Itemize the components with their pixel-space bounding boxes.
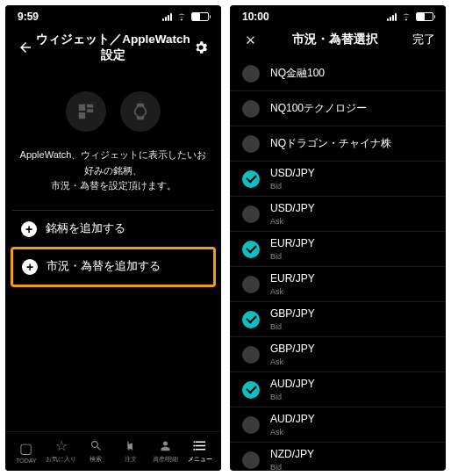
cart-icon	[124, 437, 137, 453]
item-sublabel: Ask	[270, 287, 315, 296]
person-icon	[159, 437, 172, 453]
list-item[interactable]: EUR/JPYAsk	[230, 267, 446, 302]
item-sublabel: Bid	[270, 393, 315, 401]
header: 市況・為替選択 完了	[230, 25, 446, 56]
tab-favorites[interactable]: ☆お気に入り	[44, 437, 79, 464]
item-label: NQ100テクノロジー	[270, 102, 367, 116]
item-sublabel: Bid	[270, 322, 315, 331]
radio-icon	[242, 346, 260, 364]
tab-assets[interactable]: 資産/明細	[148, 437, 183, 464]
list-item[interactable]: AUD/JPYAsk	[230, 407, 446, 443]
icon-row	[12, 91, 214, 132]
radio-icon	[242, 451, 260, 469]
list-item[interactable]: NZD/JPYBid	[230, 443, 446, 471]
item-label: GBP/JPY	[270, 343, 315, 357]
radio-icon	[242, 276, 260, 293]
header-title: 市況・為替選択	[260, 32, 411, 47]
status-bar: 10:00	[230, 5, 446, 25]
item-label: AUD/JPY	[270, 413, 315, 427]
signal-icon	[387, 13, 397, 21]
radio-icon	[242, 65, 260, 83]
signal-icon	[162, 13, 172, 21]
item-label: NZD/JPY	[270, 448, 314, 462]
close-button[interactable]	[240, 33, 260, 47]
list-item[interactable]: GBP/JPYBid	[230, 302, 446, 337]
widget-circle[interactable]	[66, 91, 106, 132]
status-time: 9:59	[18, 11, 39, 23]
tab-menu[interactable]: メニュー	[183, 437, 218, 464]
item-sublabel: Ask	[270, 357, 315, 366]
check-icon	[242, 311, 260, 328]
item-sublabel: Bid	[270, 463, 314, 471]
plus-icon: +	[22, 259, 38, 275]
battery-icon	[416, 12, 433, 21]
widget-icon	[76, 102, 96, 121]
watch-circle[interactable]	[120, 91, 161, 132]
battery-icon	[191, 12, 209, 21]
add-stock-label: 銘柄を追加する	[46, 221, 125, 236]
add-stock-row[interactable]: + 銘柄を追加する	[12, 210, 214, 248]
list-item[interactable]: NQ金融100	[230, 56, 446, 91]
add-market-row[interactable]: + 市況・為替を追加する	[13, 249, 213, 285]
status-bar: 9:59	[5, 5, 221, 25]
left-phone: 9:59 ウィジェット／AppleWatch設定 AppleWatch、ウィジェ…	[5, 5, 221, 471]
list-item[interactable]: GBP/JPYAsk	[230, 337, 446, 372]
header-title: ウィジェット／AppleWatch設定	[35, 32, 191, 63]
item-label: EUR/JPY	[270, 237, 315, 251]
item-sublabel: Ask	[270, 428, 315, 436]
item-label: AUD/JPY	[270, 378, 315, 392]
wifi-icon	[175, 12, 188, 21]
tab-today[interactable]: ▢TODAY	[9, 440, 44, 464]
radio-icon	[242, 416, 260, 434]
check-icon	[242, 170, 260, 188]
watch-icon	[131, 102, 150, 121]
list-item[interactable]: EUR/JPYBid	[230, 232, 446, 267]
left-body: AppleWatch、ウィジェットに表示したいお好みの銘柄、 市況・為替を設定頂…	[5, 72, 221, 431]
item-label: EUR/JPY	[270, 272, 315, 286]
description: AppleWatch、ウィジェットに表示したいお好みの銘柄、 市況・為替を設定頂…	[12, 148, 214, 194]
check-icon	[242, 241, 260, 258]
radio-icon	[242, 100, 260, 118]
tab-search[interactable]: 検索	[78, 437, 113, 464]
status-indicators	[387, 12, 433, 21]
item-label: USD/JPY	[270, 167, 315, 181]
list-item[interactable]: AUD/JPYBid	[230, 372, 446, 407]
selection-list: NQ金融100NQ100テクノロジーNQドラゴン・チャイナ株USD/JPYBid…	[230, 56, 446, 471]
item-label: USD/JPY	[270, 202, 315, 216]
star-icon: ☆	[55, 437, 68, 453]
item-sublabel: Bid	[270, 252, 315, 261]
gear-icon	[193, 40, 209, 55]
item-sublabel: Bid	[270, 182, 315, 191]
radio-icon	[242, 135, 260, 153]
back-arrow-icon	[18, 40, 33, 55]
done-button[interactable]: 完了	[411, 32, 435, 47]
list-item[interactable]: USD/JPYAsk	[230, 197, 446, 232]
close-icon	[244, 33, 257, 47]
item-label: NQ金融100	[270, 67, 325, 81]
tab-order[interactable]: 注文	[113, 437, 148, 464]
item-label: NQドラゴン・チャイナ株	[270, 137, 391, 151]
search-icon	[89, 437, 103, 453]
highlighted-row: + 市況・為替を追加する	[11, 247, 216, 287]
svg-point-1	[193, 444, 195, 446]
radio-icon	[242, 206, 260, 223]
settings-button[interactable]	[191, 40, 211, 55]
plus-icon: +	[21, 221, 37, 237]
list-item[interactable]: NQドラゴン・チャイナ株	[230, 126, 446, 162]
item-sublabel: Ask	[270, 217, 315, 226]
back-button[interactable]	[16, 40, 35, 55]
list-item[interactable]: NQ100テクノロジー	[230, 91, 446, 126]
status-indicators	[162, 12, 209, 21]
header: ウィジェット／AppleWatch設定	[5, 25, 221, 72]
svg-point-0	[193, 441, 195, 443]
wifi-icon	[400, 12, 412, 21]
menu-icon	[193, 437, 208, 453]
list-item[interactable]: USD/JPYBid	[230, 162, 446, 197]
svg-point-2	[193, 448, 195, 450]
check-icon	[242, 381, 260, 399]
right-phone: 10:00 市況・為替選択 完了 NQ金融100NQ100テクノロジーNQドラゴ…	[230, 5, 446, 471]
add-market-label: 市況・為替を追加する	[47, 259, 161, 274]
item-label: GBP/JPY	[270, 307, 315, 321]
status-time: 10:00	[242, 11, 269, 23]
tab-bar: ▢TODAY ☆お気に入り 検索 注文 資産/明細 メニュー	[5, 431, 221, 471]
